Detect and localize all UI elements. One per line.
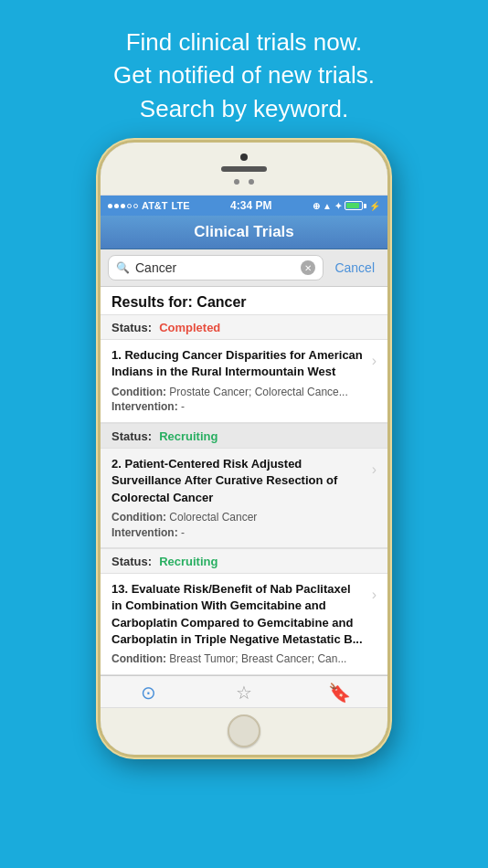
search-icon: 🔍 <box>116 261 130 274</box>
trial-content-3: 13. Evaluate Risk/Benefit of Nab Paclita… <box>101 574 387 674</box>
hero-line1: Find clinical trials now. <box>18 26 470 58</box>
hero-line3: Search by keyword. <box>18 92 470 125</box>
status-row-1: Status: Completed <box>101 314 387 340</box>
status-label-3: Status: <box>111 555 155 568</box>
phone-bottom-bezel <box>101 707 387 755</box>
status-value-1: Completed <box>159 321 220 334</box>
search-input-wrapper[interactable]: 🔍 Cancer ✕ <box>108 255 324 281</box>
trial-number-1: 1 <box>111 348 118 362</box>
signal-dot <box>108 204 112 208</box>
signal-dot <box>133 204 138 208</box>
battery-icon <box>345 201 366 210</box>
trial-meta-1: Condition: Prostate Cancer; Colorectal C… <box>111 385 365 400</box>
sensor-dot <box>234 179 239 185</box>
info-tab-icon: 🔖 <box>328 682 351 704</box>
signal-dot <box>127 204 132 208</box>
home-button[interactable] <box>228 715 260 747</box>
trial-text-3: 13. Evaluate Risk/Benefit of Nab Paclita… <box>111 581 372 667</box>
results-title: Results for: Cancer <box>111 294 247 310</box>
status-value-3: Recruiting <box>159 555 217 568</box>
results-query: Cancer <box>196 294 246 310</box>
signal-dots <box>108 204 138 208</box>
bluetooth-icon: ✦ <box>334 201 342 211</box>
signal-dot <box>121 204 125 208</box>
trial-title-2: 2. Patient-Centered Risk Adjusted Survei… <box>111 456 365 506</box>
hero-line2: Get notified of new trials. <box>18 58 470 91</box>
tab-favorites[interactable]: ☆ <box>196 682 292 704</box>
trial-title-3: 13. Evaluate Risk/Benefit of Nab Paclita… <box>111 581 365 648</box>
search-clear-button[interactable]: ✕ <box>301 260 315 275</box>
phone-screen: AT&T LTE 4:34 PM ⊕ ▲ ✦ ⚡ <box>101 196 387 707</box>
status-bar: AT&T LTE 4:34 PM ⊕ ▲ ✦ ⚡ <box>101 196 387 216</box>
results-prefix: Results for: <box>111 294 196 310</box>
status-label-2: Status: <box>111 429 155 443</box>
app-header: Clinical Trials <box>101 216 387 249</box>
favorites-tab-icon: ☆ <box>236 682 252 704</box>
carrier-label: AT&T <box>142 200 168 211</box>
chevron-icon-1: › <box>372 353 377 369</box>
phone-top-bezel <box>101 143 387 196</box>
charging-icon: ⚡ <box>369 201 380 211</box>
speaker-grille <box>221 166 267 172</box>
trial-text-2: 2. Patient-Centered Risk Adjusted Survei… <box>111 456 372 540</box>
trial-item-3[interactable]: Status: Recruiting 13. Evaluate Risk/Ben… <box>101 548 387 675</box>
cancel-button[interactable]: Cancel <box>329 257 380 279</box>
search-value: Cancer <box>135 260 295 275</box>
battery-fill <box>346 203 359 208</box>
hero-section: Find clinical trials now. Get notified o… <box>0 0 488 140</box>
trial-item-2[interactable]: Status: Recruiting 2. Patient-Centered R… <box>101 423 387 548</box>
trial-meta-3: Condition: Breast Tumor; Breast Cancer; … <box>111 651 365 667</box>
sensor-dot <box>249 179 254 185</box>
trial-text-1: 1. Reducing Cancer Disparities for Ameri… <box>111 347 372 415</box>
trial-intervention-1: Intervention: - <box>111 399 365 415</box>
trial-number-3: 13 <box>111 582 124 596</box>
tab-info[interactable]: 🔖 <box>292 682 387 704</box>
status-left: AT&T LTE <box>108 200 189 211</box>
trial-title-1: 1. Reducing Cancer Disparities for Ameri… <box>111 347 365 380</box>
chevron-icon-3: › <box>372 587 377 603</box>
battery-body <box>345 201 363 210</box>
status-row-3: Status: Recruiting <box>101 548 387 574</box>
trial-content-2: 2. Patient-Centered Risk Adjusted Survei… <box>101 449 387 547</box>
time-display: 4:34 PM <box>230 199 271 212</box>
bottom-tabs: ⊙ ☆ 🔖 <box>101 675 387 707</box>
phone-frame: AT&T LTE 4:34 PM ⊕ ▲ ✦ ⚡ <box>98 140 390 757</box>
search-tab-icon: ⊙ <box>141 682 156 704</box>
phone-wrapper: AT&T LTE 4:34 PM ⊕ ▲ ✦ ⚡ <box>0 140 488 757</box>
gps-icon: ▲ <box>323 201 332 211</box>
status-right: ⊕ ▲ ✦ ⚡ <box>313 201 380 211</box>
trial-intervention-2: Intervention: - <box>111 525 365 541</box>
camera-icon <box>240 153 248 161</box>
results-header: Results for: Cancer <box>101 287 387 314</box>
app-title: Clinical Trials <box>110 223 378 241</box>
status-value-2: Recruiting <box>159 429 217 443</box>
tab-search[interactable]: ⊙ <box>101 682 196 704</box>
battery-tip <box>364 204 366 208</box>
search-bar: 🔍 Cancer ✕ Cancel <box>101 249 387 287</box>
signal-dot <box>114 204 119 208</box>
status-row-2: Status: Recruiting <box>101 423 387 449</box>
status-label: Status: <box>111 321 155 334</box>
network-label: LTE <box>172 200 190 211</box>
results-area: Results for: Cancer Status: Completed 1.… <box>101 287 387 675</box>
trial-content-1: 1. Reducing Cancer Disparities for Ameri… <box>101 340 387 422</box>
trial-number-2: 2 <box>111 457 118 471</box>
trial-meta-2: Condition: Colorectal Cancer <box>111 510 365 525</box>
chevron-icon-2: › <box>372 461 377 478</box>
trial-item-1[interactable]: Status: Completed 1. Reducing Cancer Dis… <box>101 314 387 423</box>
location-icon: ⊕ <box>313 201 320 211</box>
